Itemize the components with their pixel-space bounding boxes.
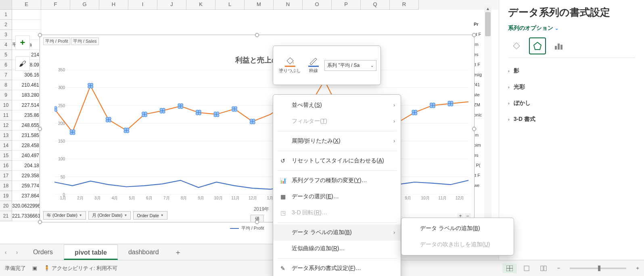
scroll-track[interactable] <box>484 12 491 225</box>
col-hdr[interactable]: Q <box>361 0 390 10</box>
row-hdr[interactable]: 8 <box>0 80 12 90</box>
cell[interactable]: 204.18 <box>12 161 41 171</box>
tab-dashboard[interactable]: dashboard <box>118 245 170 260</box>
cell[interactable]: 306.16 <box>12 70 41 80</box>
section-shadow[interactable]: ›影 <box>508 63 635 79</box>
col-hdr[interactable]: M <box>245 0 274 10</box>
row-hdr[interactable]: 21 <box>0 211 12 221</box>
row-hdr[interactable]: 20 <box>0 201 12 211</box>
menu-reset-style[interactable]: ↺リセットしてスタイルに合わせる(A) <box>273 153 401 169</box>
col-hdr[interactable]: H <box>99 0 128 10</box>
selection-handle[interactable] <box>472 33 476 37</box>
selection-handle[interactable] <box>472 127 476 131</box>
field-buttons-top[interactable]: 平均 / Profit 平均 / Sales <box>43 37 99 45</box>
menu-add-trendline[interactable]: 近似曲線の追加(R)… <box>273 241 401 257</box>
field-button-profit[interactable]: 平均 / Profit <box>43 37 70 45</box>
menu-expand-collapse[interactable]: 展開/折りたたみ(X)› <box>273 133 401 149</box>
row-hdr[interactable]: 12 <box>0 120 12 131</box>
col-hdr[interactable]: F <box>41 0 70 10</box>
fill-button[interactable]: 塗りつぶし <box>277 56 303 75</box>
row-hdr[interactable]: 3 <box>0 30 12 40</box>
cell[interactable]: 183.280 <box>12 90 41 100</box>
view-normal-button[interactable] <box>502 264 517 273</box>
series-sales-line[interactable] <box>54 81 468 132</box>
chart-title[interactable]: 利益と売上の <box>40 55 474 65</box>
row-hdr[interactable]: 15 <box>0 151 12 161</box>
col-hdr[interactable]: K <box>186 0 215 10</box>
cell[interactable]: 210.461 <box>12 80 41 90</box>
row-hdr[interactable]: 1 <box>0 10 12 20</box>
series-profit-line[interactable] <box>54 181 468 189</box>
menu-select-data[interactable]: ▦データの選択(E)… <box>273 189 401 205</box>
menu-format-series[interactable]: ✎データ系列の書式設定(F)… <box>273 260 401 276</box>
y-axis[interactable]: 050100150200250300350 <box>54 70 67 195</box>
legend-item-profit[interactable]: 平均 / Profit <box>230 225 264 231</box>
view-page-layout-button[interactable] <box>519 264 534 273</box>
col-hdr[interactable]: J <box>157 0 186 10</box>
row-hdr[interactable]: 10 <box>0 100 12 110</box>
zoom-out-button[interactable]: − <box>557 265 560 271</box>
row-hdr[interactable]: 14 <box>0 141 12 151</box>
vertical-scrollbar[interactable]: ▲ ▼ <box>484 6 491 231</box>
selection-handle[interactable] <box>38 220 42 224</box>
row-hdr[interactable]: 2 <box>0 20 12 30</box>
cell[interactable]: 221.7336661 <box>12 211 41 221</box>
col-hdr[interactable]: I <box>128 0 157 10</box>
cell[interactable]: 237.864 <box>12 191 41 201</box>
zoom-in-button[interactable]: + <box>636 265 639 271</box>
row-hdr[interactable]: 6 <box>0 60 12 70</box>
chart-context-menu[interactable]: 並べ替え(S)› フィルター(T)› 展開/折りたたみ(X)› ↺リセットしてス… <box>273 94 401 276</box>
cell[interactable]: 229.358 <box>12 171 41 181</box>
x-axis-labels[interactable]: 1月2月3月4月5月6月7月8月9月10月11月12月1月2月3月4月5月6月7… <box>54 195 468 205</box>
series-options-tab[interactable] <box>550 37 567 54</box>
row-hdr[interactable]: 7 <box>0 70 12 80</box>
row-hdr[interactable]: 19 <box>0 191 12 201</box>
accessibility-status[interactable]: 🧍 アクセシビリティ: 利用不可 <box>44 265 117 272</box>
col-hdr[interactable]: P <box>332 0 361 10</box>
sheet-nav-next[interactable]: › <box>11 249 23 255</box>
col-hdr[interactable]: L <box>215 0 245 10</box>
plot-area[interactable]: 050100150200250300350 <box>54 70 468 195</box>
zoom-thumb[interactable] <box>598 266 600 271</box>
menu-sort[interactable]: 並べ替え(S)› <box>273 97 401 113</box>
chart-elements-button[interactable]: + <box>15 35 30 50</box>
macro-record-icon[interactable]: ▣ <box>32 265 37 271</box>
tab-pivot-table[interactable]: pivot table <box>64 245 118 260</box>
select-all-corner[interactable] <box>0 0 12 10</box>
cell[interactable] <box>12 10 41 20</box>
filter-month[interactable]: 月 (Order Date)▼ <box>88 211 131 220</box>
selection-handle[interactable] <box>38 127 42 131</box>
col-hdr[interactable]: E <box>12 0 41 10</box>
series-options-dropdown[interactable]: 系列のオプション⌄ <box>508 25 635 32</box>
outline-button[interactable]: 枠線 <box>307 56 320 75</box>
selection-handle[interactable] <box>38 33 42 37</box>
row-hdr[interactable]: 11 <box>0 110 12 120</box>
col-hdr[interactable]: R <box>390 0 419 10</box>
zoom-slider[interactable] <box>570 268 626 269</box>
pivot-chart[interactable]: 平均 / Profit 平均 / Sales 利益と売上の 0501001502… <box>40 35 475 222</box>
col-hdr[interactable]: N <box>274 0 303 10</box>
row-hdr[interactable]: 16 <box>0 161 12 171</box>
scroll-up-button[interactable]: ▲ <box>484 6 491 12</box>
tab-orders[interactable]: Orders <box>23 245 64 260</box>
mini-format-toolbar[interactable]: 塗りつぶし 枠線 系列 "平均 / Sa ⌄ <box>273 46 381 85</box>
row-hdr[interactable]: 18 <box>0 181 12 191</box>
menu-change-chart-type[interactable]: 📊系列グラフの種類の変更(Y)… <box>273 172 401 189</box>
chart-styles-button[interactable]: 🖌 <box>15 56 30 71</box>
format-data-series-pane[interactable]: データ系列の書式設定 系列のオプション⌄ ›影 ›光彩 ›ぼかし ›3-D 書式 <box>499 0 644 260</box>
col-hdr[interactable]: G <box>70 0 99 10</box>
cell[interactable]: 248.655 <box>12 120 41 131</box>
series-selector[interactable]: 系列 "平均 / Sa ⌄ <box>324 60 376 71</box>
add-label-submenu[interactable]: データ ラベルの追加(B) データの吹き出しを追加(U) <box>401 218 514 255</box>
cell[interactable]: 259.774 <box>12 181 41 191</box>
row-hdr[interactable]: 9 <box>0 90 12 100</box>
cell[interactable]: 227.514 <box>12 100 41 110</box>
filter-year[interactable]: 年 (Order Date)▼ <box>43 211 86 220</box>
selection-handle[interactable] <box>255 220 259 224</box>
axis-field-buttons[interactable]: 年 (Order Date)▼ 月 (Order Date)▼ Order Da… <box>43 211 167 220</box>
filter-orderdate[interactable]: Order Date▼ <box>133 211 167 220</box>
row-hdr[interactable]: 17 <box>0 171 12 181</box>
field-button-sales[interactable]: 平均 / Sales <box>71 37 99 45</box>
cell[interactable]: 320.0622996 <box>12 201 41 211</box>
selection-handle[interactable] <box>255 33 259 37</box>
